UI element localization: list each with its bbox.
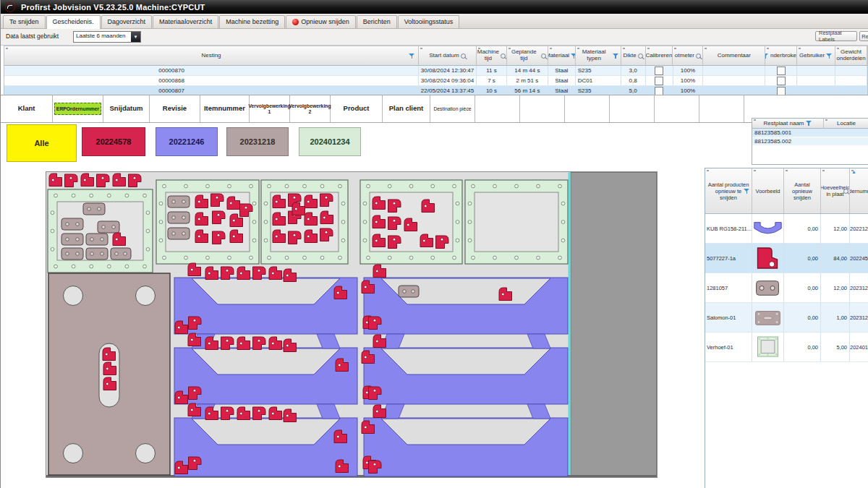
cell-commentaar: [703, 66, 765, 75]
search-icon[interactable]: [638, 53, 643, 59]
part-row-salomon-01[interactable]: Salomon-010,001,0020231218: [705, 303, 868, 333]
main-tab-opnieuw-snijden[interactable]: Opnieuw snijden: [286, 15, 356, 28]
calibreren-checkbox[interactable]: [655, 87, 663, 95]
labels-button-clipped[interactable]: Res: [859, 31, 868, 41]
field-tab-klant[interactable]: Klant: [1, 95, 53, 122]
order-cell: 20231218: [850, 303, 868, 332]
field-tab-product[interactable]: Product: [331, 95, 383, 122]
field-tab-vervolgbewerking-1[interactable]: Vervolgbewerking 1: [250, 95, 290, 122]
parts-column-header-3[interactable]: Hoeveelheid in plaat: [821, 168, 850, 213]
hoeveelheid-cell: 12,00: [821, 273, 850, 302]
parts-column-header-4[interactable]: ERPOrdernummer▲: [850, 168, 868, 213]
column-header-calibreren[interactable]: Calibreren: [646, 46, 673, 65]
field-tab-snijdatum[interactable]: Snijdatum: [103, 95, 150, 122]
part-preview: [752, 244, 784, 273]
column-header-geplande-tijd[interactable]: Geplande tijd: [507, 46, 548, 65]
cell-geplande_tijd: 14 m 44 s: [507, 66, 548, 75]
filter-icon[interactable]: [613, 53, 619, 59]
table-row[interactable]: 0000087030/08/2024 12:30:4711 s14 m 44 s…: [4, 66, 867, 76]
cell-materiaal_type: DC01: [576, 76, 621, 85]
restplaat-row[interactable]: 88123585.002: [752, 137, 868, 146]
column-header-commentaar[interactable]: Commentaar: [703, 46, 765, 65]
parts-column-header-2[interactable]: Aantal opnieuw snijden: [784, 168, 821, 213]
chevron-down-icon[interactable]: ▼: [131, 32, 140, 42]
search-icon[interactable]: [501, 53, 506, 59]
field-tab-revisie[interactable]: Revisie: [150, 95, 200, 122]
restplaat-labels-button[interactable]: Restplaat Labels: [815, 31, 857, 41]
field-tab-erpordernummer[interactable]: ERPOrdernummer: [53, 95, 103, 122]
column-header-materiaal-typen[interactable]: Materiaal typen: [576, 46, 621, 65]
order-filter-202401234[interactable]: 202401234: [299, 127, 361, 156]
filter-icon[interactable]: [765, 53, 769, 59]
aantal-opnieuw-cell: 0,00: [784, 244, 821, 273]
column-header-restplaat-naam[interactable]: Restplaat naam: [752, 119, 824, 128]
main-tab-voltooiingsstatus[interactable]: Voltooiingsstatus: [398, 15, 460, 28]
calibreren-checkbox[interactable]: [655, 77, 663, 85]
part-name: Salomon-01: [705, 303, 752, 332]
search-icon[interactable]: [696, 53, 701, 59]
restplaat-panel: Restplaat naam Locatie 88123585.001 8812…: [752, 118, 868, 165]
main-tab-dagoverzicht[interactable]: Dagoverzicht: [101, 15, 153, 28]
search-icon[interactable]: [843, 189, 848, 194]
parts-column-header-0[interactable]: Aantal producten opnieuw te snijden: [705, 168, 752, 213]
filter-icon[interactable]: [409, 53, 415, 59]
field-tab-empty: [520, 95, 565, 122]
table-row[interactable]: 0000086830/08/2024 09:36:047 s2 m 51 sSt…: [4, 76, 867, 86]
main-tab-materiaaloverzicht[interactable]: Materiaaloverzicht: [153, 15, 218, 28]
parts-column-header-1[interactable]: Voorbeeld: [752, 168, 784, 213]
order-filter-alle[interactable]: Alle: [7, 124, 77, 162]
part-row-verhoef-01[interactable]: Verhoef-010,005,00202401234: [705, 333, 868, 362]
cell-nesting: 00000870: [4, 66, 419, 75]
main-tab-berichten[interactable]: Berichten: [357, 15, 397, 28]
column-header-gewicht-onderdelen[interactable]: Gewicht onderdelen: [835, 46, 867, 65]
window-title: Profirst Jobvision V5.23.25.0 Machine:CY…: [21, 3, 205, 12]
filter-bar: Data laatst gebruikt Laatste 6 maanden ▼…: [1, 29, 868, 46]
part-row-5077227-1a[interactable]: 5077227-1a0,0084,0020224578: [705, 244, 868, 273]
taupe-plate-icon: [752, 275, 783, 301]
recut-alert-icon: [292, 19, 299, 25]
column-header-materiaal[interactable]: Materiaal: [548, 46, 576, 65]
field-tab-empty: [475, 95, 520, 122]
part-name: KUB RG158-211...: [705, 214, 752, 243]
main-tab-gescheidenis-[interactable]: Gescheidenis.: [46, 15, 101, 29]
field-tab-itemnummer[interactable]: Itemnummer: [200, 95, 250, 122]
onderbroken-checkbox[interactable]: [777, 87, 786, 95]
aantal-opnieuw-cell: 0,00: [784, 214, 821, 243]
search-icon[interactable]: [541, 53, 546, 59]
column-header-nesting[interactable]: Nesting: [4, 46, 419, 65]
column-header-dikte[interactable]: Dikte: [621, 46, 646, 65]
onderbroken-checkbox[interactable]: [777, 67, 786, 75]
cell-gewicht: [835, 76, 867, 85]
cell-otmeter: 100%: [673, 66, 704, 75]
nesting-canvas[interactable]: [46, 171, 658, 478]
field-tab-plan-client[interactable]: Plan client: [383, 95, 430, 122]
filter-icon[interactable]: [826, 53, 833, 59]
order-filter-20224578[interactable]: 20224578: [82, 127, 145, 156]
column-header-machine-tijd[interactable]: Machine tijd: [477, 46, 507, 65]
filter-icon[interactable]: [806, 120, 812, 127]
restplaat-row[interactable]: 88123585.001: [752, 129, 868, 137]
calibreren-checkbox[interactable]: [655, 67, 663, 75]
column-header-otmeter[interactable]: otmeter: [673, 46, 703, 65]
part-row-kub-rg158-211-[interactable]: KUB RG158-211...0,0012,0020221246: [705, 214, 868, 244]
onderbroken-checkbox[interactable]: [777, 77, 786, 85]
main-tab-machine-bezetting[interactable]: Machine bezetting: [219, 15, 285, 28]
search-icon[interactable]: [461, 53, 466, 59]
order-filter-20221246[interactable]: 20221246: [156, 127, 218, 156]
column-header-gebruiker[interactable]: Gebruiker: [797, 46, 835, 65]
field-tab-destination-pi-ce[interactable]: Destination pièce: [430, 95, 475, 122]
order-filter-20231218[interactable]: 20231218: [226, 127, 289, 156]
parts-header-row: Aantal producten opnieuw te snijdenVoorb…: [705, 168, 868, 214]
order-cell: 20224578: [850, 244, 868, 273]
cell-checkbox: [646, 76, 673, 85]
filter-icon[interactable]: [744, 188, 750, 194]
column-header-nderbroken[interactable]: nderbroken: [765, 46, 797, 65]
field-tab-empty: [610, 95, 655, 122]
part-row-1281057[interactable]: 12810570,0012,0020231218: [705, 273, 868, 303]
nesting-history-table: NestingStart datumMachine tijdGeplande t…: [4, 46, 868, 97]
column-header-locatie[interactable]: Locatie: [824, 119, 868, 128]
column-header-start-datum[interactable]: Start datum: [419, 46, 477, 65]
date-range-dropdown[interactable]: Laatste 6 maanden ▼: [73, 31, 141, 43]
main-tab-te-snijden[interactable]: Te snijden: [3, 15, 46, 28]
field-tab-vervolgbewerking-2[interactable]: Vervolgbewerking 2: [290, 95, 331, 122]
